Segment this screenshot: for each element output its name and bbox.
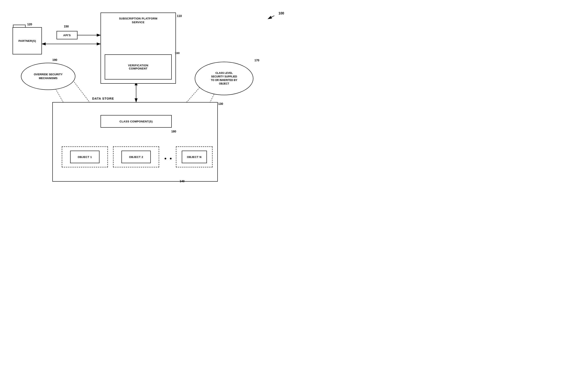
- apis-label: API'S: [63, 34, 71, 37]
- class-components-box: CLASS COMPONENT(S): [101, 115, 172, 128]
- ref-100: 100: [278, 12, 284, 15]
- class-level-security-label: CLASS LEVEL SECURITY SUPPLIED TO OR INHE…: [211, 71, 237, 85]
- object2-inner: OBJECT 2: [122, 151, 151, 163]
- ref-140: 140: [180, 179, 185, 183]
- ref-160: 160: [175, 52, 180, 55]
- class-components-label: CLASS COMPONENT(S): [120, 120, 153, 123]
- dots: • •: [164, 155, 172, 162]
- objectN-inner: OBJECT N: [182, 151, 207, 163]
- override-security-label: OVERRIDE SECURITY MECHANISMS: [34, 73, 63, 80]
- diagram: SUBSCRIPTION PLATFORM SERVICE VERIFICATI…: [0, 0, 294, 193]
- class-level-security-ellipse: CLASS LEVEL SECURITY SUPPLIED TO OR INHE…: [195, 62, 253, 95]
- objectN-box: OBJECT N: [176, 146, 212, 167]
- apis-box: API'S: [57, 31, 78, 39]
- object1-box: OBJECT 1: [62, 146, 108, 167]
- partner-label: PARTNER(S): [19, 39, 36, 42]
- object1-inner: OBJECT 1: [70, 151, 100, 163]
- verification-label: VERIFICATION COMPONENT: [128, 64, 148, 70]
- ref-190: 190: [52, 58, 57, 61]
- object2-box: OBJECT 2: [113, 146, 159, 167]
- ref-170: 170: [254, 58, 259, 62]
- ref-120: 120: [27, 23, 32, 26]
- ref-150: 150: [64, 25, 69, 28]
- objectN-label: OBJECT N: [187, 155, 202, 159]
- partner-tab: [13, 25, 25, 28]
- partner-box: PARTNER(S): [13, 27, 42, 54]
- subscription-platform-label: SUBSCRIPTION PLATFORM SERVICE: [119, 17, 157, 24]
- subscription-platform-box: SUBSCRIPTION PLATFORM SERVICE VERIFICATI…: [101, 13, 176, 84]
- ref-180: 180: [171, 130, 176, 133]
- object1-label: OBJECT 1: [78, 155, 92, 159]
- ref-110: 110: [177, 14, 182, 18]
- ref-130: 130: [218, 102, 223, 105]
- svg-line-13: [268, 16, 274, 19]
- data-store-box: [52, 102, 218, 182]
- data-store-label: DATA STORE: [92, 97, 114, 100]
- override-security-ellipse: OVERRIDE SECURITY MECHANISMS: [21, 63, 75, 90]
- object2-label: OBJECT 2: [129, 155, 143, 159]
